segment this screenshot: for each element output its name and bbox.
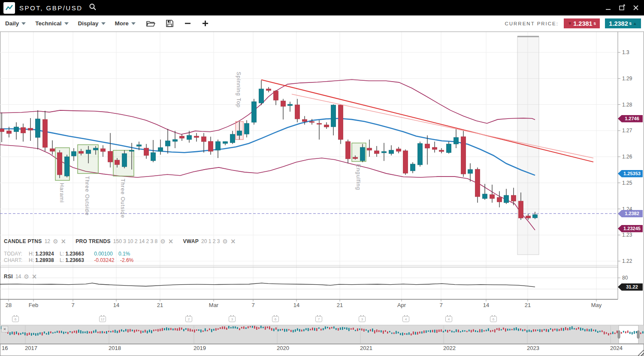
x-axis-tick-Mar: Mar bbox=[209, 302, 218, 308]
gear-icon[interactable]: ⚙ bbox=[53, 238, 58, 244]
low-label: L: bbox=[60, 257, 64, 263]
high-label: H: bbox=[29, 251, 34, 257]
indicator-vwap-params: 20 1 2 3 bbox=[201, 238, 220, 244]
trading-app-window: SPOT, GBP/USD Daily Technical Display bbox=[0, 0, 644, 356]
navigator-year-2021: 2021 bbox=[360, 345, 372, 351]
ask-pipette: 5 bbox=[629, 21, 632, 26]
x-axis-tick-21: 21 bbox=[525, 302, 531, 308]
toolbar: Daily Technical Display More CURRENT PRI… bbox=[0, 15, 644, 32]
timeframe-menu[interactable]: Daily bbox=[5, 20, 26, 27]
x-axis-tick-May: May bbox=[591, 302, 602, 308]
current-price-label: CURRENT PRICE: bbox=[505, 21, 559, 26]
chevron-down-icon bbox=[64, 22, 69, 25]
arrow-up-icon: ▲ bbox=[633, 21, 637, 26]
chart-canvas[interactable] bbox=[0, 0, 644, 356]
price-badge-31.22: 31.22 bbox=[618, 283, 643, 291]
gear-icon[interactable]: ⚙ bbox=[222, 238, 228, 244]
popout-button[interactable] bbox=[618, 4, 626, 12]
price-axis-tick-1.29: 1.29 bbox=[622, 76, 632, 82]
calendar-event-icon[interactable]: 3 bbox=[229, 316, 236, 322]
indicator-vwap-label: VWAP bbox=[183, 238, 199, 244]
navigator-close-button[interactable]: × bbox=[1, 326, 8, 332]
x-axis-tick-7: 7 bbox=[251, 302, 254, 308]
indicator-rsi-params: 14 bbox=[15, 274, 21, 280]
remove-indicator-icon[interactable]: × bbox=[230, 238, 236, 244]
price-axis-tick-1.28: 1.28 bbox=[622, 102, 632, 108]
remove-indicator-icon[interactable]: × bbox=[32, 274, 37, 280]
price-axis-tick-1.27: 1.27 bbox=[622, 128, 632, 134]
calendar-event-icon[interactable]: 4 bbox=[445, 316, 452, 322]
remove-indicator-icon[interactable]: × bbox=[168, 238, 174, 244]
today-label: TODAY: bbox=[4, 251, 25, 257]
navigator-handle-left[interactable] bbox=[618, 331, 620, 338]
zoom-in-button[interactable] bbox=[202, 20, 209, 27]
low-label: L: bbox=[60, 251, 64, 257]
navigator-year-2024: 2024 bbox=[610, 345, 623, 351]
price-axis-tick-1.26: 1.26 bbox=[622, 154, 632, 160]
x-axis-tick-14: 14 bbox=[113, 302, 119, 308]
indicator-pro-trends-params: 150 3 10 2 14 2 3 8 bbox=[113, 238, 157, 244]
chart-change: -0.03242 bbox=[94, 257, 114, 263]
display-menu-label: Display bbox=[78, 20, 99, 27]
x-axis-tick-Apr: Apr bbox=[397, 302, 406, 308]
price-axis-tick-1.3: 1.3 bbox=[622, 49, 629, 55]
ask-price-badge: 1.23825 ▲ bbox=[605, 18, 641, 28]
save-icon[interactable] bbox=[166, 19, 174, 27]
x-axis-tick-14: 14 bbox=[293, 302, 299, 308]
today-change-pct: 0.1% bbox=[118, 251, 130, 257]
calendar-event-icon[interactable]: 6 bbox=[12, 316, 19, 322]
chevron-down-icon bbox=[101, 22, 106, 25]
more-menu-label: More bbox=[115, 20, 129, 27]
price-badge-1.25353: 1.25353 bbox=[618, 170, 643, 177]
x-axis-tick-28: 28 bbox=[6, 302, 12, 308]
gear-icon[interactable]: ⚙ bbox=[24, 274, 29, 280]
pattern-annotation-engulfing: Engulfing bbox=[355, 164, 361, 202]
bid-price: 1.2381 bbox=[573, 20, 592, 27]
navigator-year-2017: 2017 bbox=[25, 345, 37, 351]
navigator-year-2022: 2022 bbox=[443, 345, 456, 351]
pattern-annotation-three-outside: Three Outside bbox=[120, 179, 126, 231]
pattern-annotation-harami: Harami bbox=[59, 183, 65, 210]
calendar-event-icon[interactable]: 2 bbox=[185, 316, 192, 322]
close-icon[interactable] bbox=[632, 4, 640, 12]
price-axis-tick-1.25: 1.25 bbox=[622, 180, 632, 186]
today-high: 1.23924 bbox=[35, 251, 54, 257]
gear-icon[interactable]: ⚙ bbox=[160, 238, 166, 244]
price-badge-1.2382: 1.2382 bbox=[618, 210, 643, 217]
x-axis-tick-14: 14 bbox=[483, 302, 489, 308]
calendar-event-icon[interactable]: 6 bbox=[490, 316, 497, 322]
open-folder-icon[interactable] bbox=[146, 20, 155, 27]
rsi-indicator-row: RSI 14 ⚙ × bbox=[4, 274, 37, 280]
calendar-event-icon[interactable]: 7 bbox=[315, 316, 322, 322]
minimize-button[interactable] bbox=[605, 4, 612, 12]
x-axis-tick-7: 7 bbox=[71, 302, 74, 308]
today-low: 1.23663 bbox=[65, 251, 84, 257]
x-axis-tick-Feb: Feb bbox=[29, 302, 38, 308]
calendar-event-icon[interactable]: 3 bbox=[359, 316, 366, 322]
search-icon[interactable] bbox=[89, 3, 97, 12]
navigator-year-2018: 2018 bbox=[109, 345, 121, 351]
remove-indicator-icon[interactable]: × bbox=[61, 238, 67, 244]
calendar-event-icon[interactable]: 12 bbox=[99, 316, 106, 322]
price-axis-tick-1.22: 1.22 bbox=[622, 258, 632, 264]
display-menu[interactable]: Display bbox=[78, 20, 106, 27]
calendar-event-icon[interactable]: 6 bbox=[272, 316, 279, 322]
timeframe-menu-label: Daily bbox=[5, 20, 19, 27]
x-axis-tick-21: 21 bbox=[157, 302, 163, 308]
bid-price-badge: ▼ 1.23815 bbox=[564, 18, 600, 28]
x-axis-tick-7: 7 bbox=[439, 302, 442, 308]
navigator-handle-right[interactable] bbox=[637, 331, 639, 338]
rsi-axis-tick-80: 80 bbox=[622, 275, 628, 281]
indicator-rsi-label: RSI bbox=[4, 274, 13, 280]
indicator-candle-patterns-label: CANDLE PTNS bbox=[4, 238, 42, 244]
pattern-annotation-spinning-top: Spinning Top bbox=[236, 72, 242, 120]
app-logo-chart-icon bbox=[3, 2, 15, 14]
calendar-event-icon[interactable]: 4 bbox=[402, 316, 409, 322]
technical-menu[interactable]: Technical bbox=[35, 20, 68, 27]
zoom-out-button[interactable] bbox=[184, 20, 191, 27]
navigator-year-2020: 2020 bbox=[277, 345, 289, 351]
instrument-title: SPOT, GBP/USD bbox=[19, 4, 83, 12]
today-change: 0.00100 bbox=[94, 251, 112, 257]
title-bar: SPOT, GBP/USD bbox=[0, 0, 644, 15]
more-menu[interactable]: More bbox=[115, 20, 136, 27]
